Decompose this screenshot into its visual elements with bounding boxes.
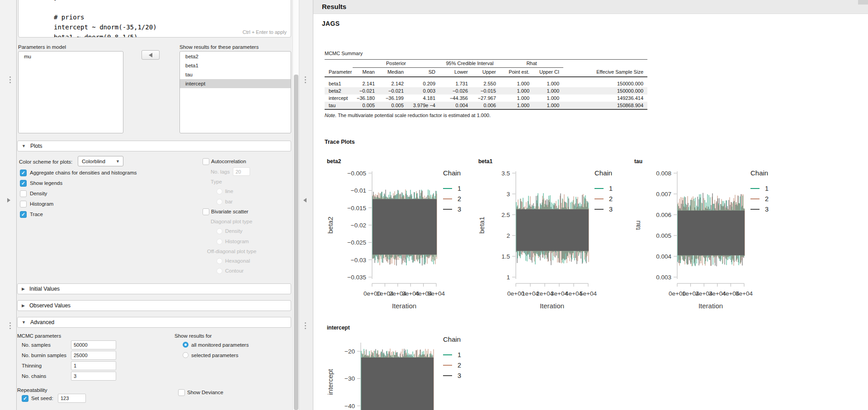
table-cell: 1.000 [500,94,533,102]
svg-text:beta1: beta1 [478,217,486,234]
list-item-tau[interactable]: tau [180,70,291,79]
section-observed-values[interactable]: ▶ Observed Values [17,300,291,311]
table-row: intercept−36.180−36.1994.181−44.356−27.9… [325,94,647,102]
svg-text:0.008: 0.008 [656,170,671,177]
section-plots[interactable]: ▼ Plots [17,141,291,151]
collapse-left-icon[interactable] [303,198,307,203]
expand-right-icon[interactable] [7,198,10,203]
checkbox-bivariate-scatter-label: Bivariate scatter [211,209,248,214]
table-cell: tau [325,102,353,109]
no-lags-input[interactable]: 20 [233,167,250,176]
seed-input[interactable]: 123 [58,394,86,403]
svg-text:1.5: 1.5 [501,253,510,260]
params-in-model-listbox[interactable]: mu [18,51,123,133]
section-advanced[interactable]: ▼ Advanced [17,317,291,328]
table-cell: −27.967 [472,94,500,102]
checkbox-autocorrelation[interactable] [203,158,209,165]
svg-text:0.003: 0.003 [656,274,671,281]
legend-line-icon [443,365,452,366]
move-left-button[interactable] [142,50,160,60]
show-results-params-listbox[interactable]: beta2beta1tauintercept [179,51,291,133]
legend-label: 3 [765,206,769,213]
no-samples-label: No. samples [22,342,51,348]
model-code-editor[interactable]: }# priorsintercept ~ dnorm(-35,1/20)beta… [18,0,291,38]
svg-text:Iteration: Iteration [392,302,416,310]
checkbox-aggregate-chains[interactable] [20,170,27,176]
table-header-cell: Lower [439,68,472,77]
legend-line-icon [443,354,452,355]
results-scrollbar-corner[interactable] [858,0,868,5]
checkbox-bivariate-scatter[interactable] [203,208,209,215]
section-initial-values[interactable]: ▶ Initial Values [17,283,291,294]
checkbox-show-deviance[interactable] [178,389,185,396]
radio-diagonal-histogram[interactable] [217,239,222,245]
legend-line-icon [443,198,452,199]
checkbox-show-legends[interactable] [20,180,27,187]
list-item-mu[interactable]: mu [19,52,123,61]
radio-selected-params[interactable] [183,352,189,358]
radio-line[interactable] [217,189,222,194]
plot-legend: Chain123 [594,169,625,214]
left-splitter[interactable] [0,0,17,410]
radio-offdiagonal-contour[interactable] [217,268,222,274]
table-header-cell: Point est. [500,68,533,77]
table-cell: 1.000 [533,94,563,102]
legend-label: 3 [609,206,613,213]
radio-offdiagonal-hexagonal-label: Hexagonal [225,258,250,264]
no-samples-input[interactable]: 50000 [71,340,116,349]
thinning-input[interactable]: 1 [71,361,116,370]
table-cell: 2.550 [472,77,500,87]
table-cell: beta1 [325,77,353,87]
table-cell: 0.003 [408,87,439,94]
grip-dots-icon[interactable] [305,321,306,330]
legend-item-chain-1: 1 [594,183,625,193]
no-burnin-samples-input[interactable]: 25000 [71,351,116,360]
plot-legend: Chain123 [750,169,781,214]
svg-text:3: 3 [506,191,510,198]
radio-diagonal-density[interactable] [217,228,222,234]
legend-label: 2 [609,195,613,203]
checkbox-density[interactable] [20,190,27,197]
checkbox-set-seed[interactable] [22,395,28,402]
panel-splitter[interactable] [299,0,313,410]
legend-label: 1 [609,185,613,192]
checkbox-trace[interactable] [20,211,27,218]
table-header-cell: Effecive Sample Size [563,68,647,77]
radio-offdiagonal-hexagonal[interactable] [217,258,222,264]
svg-text:Iteration: Iteration [540,302,564,310]
grip-dots-icon[interactable] [9,75,11,85]
scrollbar-thumb[interactable] [294,75,298,410]
legend-label: 3 [458,206,461,213]
trace-plot-canvas: 0.0080.0070.0060.0050.0040.0030e+001e+04… [632,165,750,311]
no-chains-input[interactable]: 3 [71,372,116,381]
list-item-beta2[interactable]: beta2 [180,52,291,61]
mcmc-parameters-label: MCMC parameters [17,333,61,339]
list-item-intercept[interactable]: intercept [180,79,291,88]
repeatability-label: Repeatability [17,387,47,393]
table-cell: 3.979e −4 [408,102,439,109]
list-item-beta1[interactable]: beta1 [180,61,291,70]
radio-bar[interactable] [217,199,222,205]
trace-plots-heading: Trace Plots [325,139,355,145]
legend-line-icon [750,198,760,199]
table-cell: 150000.000 [563,77,647,87]
collapsed-triangle-icon: ▶ [22,287,25,291]
results-title: Results [322,3,346,10]
svg-text:−0.02: −0.02 [351,222,366,229]
table-header-cell: Upper [472,68,500,77]
section-initial-values-label: Initial Values [29,286,60,292]
mcmc-summary-block: MCMC Summary Posterior95% Credible Inter… [325,51,647,118]
checkbox-histogram-label: Histogram [30,201,53,207]
color-scheme-select[interactable]: Colorblind ▼ [78,156,123,166]
show-results-params-label: Show results for these parameters [179,44,259,50]
grip-dots-icon[interactable] [9,321,11,330]
checkbox-histogram[interactable] [20,201,27,207]
svg-text:1: 1 [506,274,510,281]
options-scrollbar[interactable] [292,0,299,410]
apply-hint: Ctrl + Enter to apply [242,29,287,35]
legend-line-icon [750,209,760,210]
table-cell: 1.000 [500,77,533,87]
legend-item-chain-1: 1 [750,183,781,193]
grip-dots-icon[interactable] [305,75,306,85]
radio-all-monitored[interactable] [183,342,189,348]
